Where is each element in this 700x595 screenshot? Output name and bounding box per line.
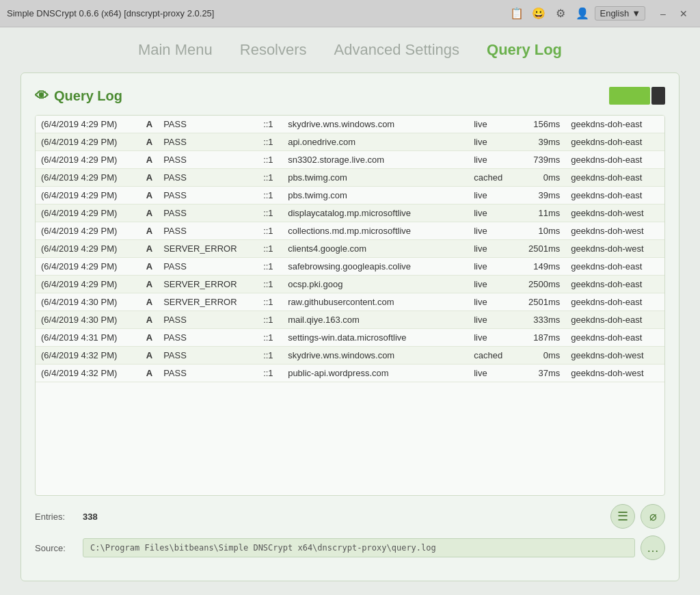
card-title-text: Query Log bbox=[54, 88, 122, 104]
col-type: A bbox=[141, 258, 158, 276]
col-domain: ocsp.pki.goog bbox=[282, 276, 468, 293]
col-time: (6/4/2019 4:31 PM) bbox=[36, 329, 141, 347]
col-status: PASS bbox=[158, 133, 258, 151]
clear-button[interactable]: ⌀ bbox=[641, 504, 665, 529]
table-row[interactable]: (6/4/2019 4:29 PM) A SERVER_ERROR ::1 oc… bbox=[36, 276, 664, 293]
col-addr: ::1 bbox=[258, 187, 282, 204]
nav-query-log[interactable]: Query Log bbox=[487, 41, 562, 59]
card-footer: Entries: 338 ☰ ⌀ Source: C:\Program File… bbox=[35, 504, 665, 567]
col-status: PASS bbox=[158, 222, 258, 240]
nav-bar: Main Menu Resolvers Advanced Settings Qu… bbox=[0, 27, 700, 72]
settings-icon[interactable]: ⚙ bbox=[551, 4, 570, 23]
col-cache: live bbox=[468, 258, 515, 276]
col-status: PASS bbox=[158, 347, 258, 365]
clipboard-icon[interactable]: 📋 bbox=[507, 4, 526, 23]
col-time: (6/4/2019 4:29 PM) bbox=[36, 258, 141, 276]
table-row[interactable]: (6/4/2019 4:31 PM) A PASS ::1 settings-w… bbox=[36, 329, 664, 347]
log-table: (6/4/2019 4:29 PM) A PASS ::1 skydrive.w… bbox=[36, 116, 664, 382]
col-time: (6/4/2019 4:29 PM) bbox=[36, 169, 141, 187]
col-cache: live bbox=[468, 204, 515, 222]
table-row[interactable]: (6/4/2019 4:29 PM) A PASS ::1 collection… bbox=[36, 222, 664, 240]
col-type: A bbox=[141, 187, 158, 204]
col-addr: ::1 bbox=[258, 204, 282, 222]
col-cache: live bbox=[468, 116, 515, 133]
col-cache: live bbox=[468, 222, 515, 240]
nav-advanced-settings[interactable]: Advanced Settings bbox=[334, 41, 459, 59]
col-addr: ::1 bbox=[258, 347, 282, 365]
col-resolver: geekdns-doh-west bbox=[565, 347, 664, 365]
notes-button[interactable]: ☰ bbox=[610, 504, 635, 529]
col-cache: live bbox=[468, 365, 515, 382]
col-time: (6/4/2019 4:29 PM) bbox=[36, 187, 141, 204]
col-cache: live bbox=[468, 329, 515, 347]
table-row[interactable]: (6/4/2019 4:29 PM) A PASS ::1 pbs.twimg.… bbox=[36, 169, 664, 187]
col-status: SERVER_ERROR bbox=[158, 276, 258, 293]
log-container[interactable]: (6/4/2019 4:29 PM) A PASS ::1 skydrive.w… bbox=[35, 115, 665, 496]
table-row[interactable]: (6/4/2019 4:32 PM) A PASS ::1 public-api… bbox=[36, 365, 664, 382]
user-icon[interactable]: 👤 bbox=[573, 4, 592, 23]
table-row[interactable]: (6/4/2019 4:29 PM) A PASS ::1 displaycat… bbox=[36, 204, 664, 222]
table-row[interactable]: (6/4/2019 4:30 PM) A SERVER_ERROR ::1 ra… bbox=[36, 293, 664, 311]
col-time: (6/4/2019 4:29 PM) bbox=[36, 116, 141, 133]
col-cache: live bbox=[468, 151, 515, 169]
col-time: (6/4/2019 4:29 PM) bbox=[36, 276, 141, 293]
col-type: A bbox=[141, 329, 158, 347]
col-resolver: geekdns-doh-east bbox=[565, 258, 664, 276]
eye-icon: 👁 bbox=[35, 88, 49, 104]
card-title: 👁 Query Log bbox=[35, 88, 122, 104]
nav-main-menu[interactable]: Main Menu bbox=[138, 41, 213, 59]
close-button[interactable]: ✕ bbox=[674, 4, 693, 23]
col-ms: 739ms bbox=[515, 151, 566, 169]
col-resolver: geekdns-doh-east bbox=[565, 329, 664, 347]
col-ms: 149ms bbox=[515, 258, 566, 276]
col-resolver: geekdns-doh-west bbox=[565, 204, 664, 222]
col-ms: 11ms bbox=[515, 204, 566, 222]
col-addr: ::1 bbox=[258, 169, 282, 187]
col-domain: pbs.twimg.com bbox=[282, 169, 468, 187]
col-type: A bbox=[141, 365, 158, 382]
col-status: SERVER_ERROR bbox=[158, 293, 258, 311]
table-row[interactable]: (6/4/2019 4:32 PM) A PASS ::1 skydrive.w… bbox=[36, 347, 664, 365]
col-addr: ::1 bbox=[258, 329, 282, 347]
window-controls: – ✕ bbox=[654, 4, 693, 23]
col-type: A bbox=[141, 204, 158, 222]
col-status: PASS bbox=[158, 258, 258, 276]
table-row[interactable]: (6/4/2019 4:29 PM) A SERVER_ERROR ::1 cl… bbox=[36, 240, 664, 258]
col-status: PASS bbox=[158, 311, 258, 329]
col-resolver: geekdns-doh-east bbox=[565, 133, 664, 151]
col-resolver: geekdns-doh-west bbox=[565, 240, 664, 258]
col-addr: ::1 bbox=[258, 276, 282, 293]
col-cache: live bbox=[468, 311, 515, 329]
col-status: PASS bbox=[158, 116, 258, 133]
source-actions: … bbox=[641, 536, 665, 560]
col-time: (6/4/2019 4:29 PM) bbox=[36, 240, 141, 258]
query-log-card: 👁 Query Log (6/4/2019 4:29 PM) A PASS ::… bbox=[21, 72, 679, 581]
source-path: C:\Program Files\bitbeans\Simple DNSCryp… bbox=[83, 538, 635, 557]
col-time: (6/4/2019 4:29 PM) bbox=[36, 222, 141, 240]
entries-row: Entries: 338 ☰ ⌀ bbox=[35, 504, 665, 529]
language-selector[interactable]: English ▼ bbox=[595, 6, 645, 21]
col-ms: 0ms bbox=[515, 347, 566, 365]
table-row[interactable]: (6/4/2019 4:29 PM) A PASS ::1 sn3302.sto… bbox=[36, 151, 664, 169]
more-options-button[interactable]: … bbox=[641, 536, 665, 560]
minimize-button[interactable]: – bbox=[654, 4, 673, 23]
table-row[interactable]: (6/4/2019 4:29 PM) A PASS ::1 pbs.twimg.… bbox=[36, 187, 664, 204]
footer-actions: ☰ ⌀ bbox=[610, 504, 665, 529]
emoji-icon[interactable]: 😀 bbox=[529, 4, 548, 23]
col-resolver: geekdns-doh-west bbox=[565, 365, 664, 382]
card-header: 👁 Query Log bbox=[35, 87, 665, 105]
col-type: A bbox=[141, 133, 158, 151]
table-row[interactable]: (6/4/2019 4:29 PM) A PASS ::1 api.onedri… bbox=[36, 133, 664, 151]
col-type: A bbox=[141, 276, 158, 293]
col-cache: cached bbox=[468, 347, 515, 365]
table-row[interactable]: (6/4/2019 4:29 PM) A PASS ::1 skydrive.w… bbox=[36, 116, 664, 133]
table-row[interactable]: (6/4/2019 4:29 PM) A PASS ::1 safebrowsi… bbox=[36, 258, 664, 276]
col-addr: ::1 bbox=[258, 116, 282, 133]
table-row[interactable]: (6/4/2019 4:30 PM) A PASS ::1 mail.qiye.… bbox=[36, 311, 664, 329]
col-addr: ::1 bbox=[258, 311, 282, 329]
col-ms: 2501ms bbox=[515, 293, 566, 311]
title-bar: Simple DNSCrypt 0.6.6 (x64) [dnscrypt-pr… bbox=[0, 0, 700, 27]
col-time: (6/4/2019 4:32 PM) bbox=[36, 347, 141, 365]
col-addr: ::1 bbox=[258, 293, 282, 311]
nav-resolvers[interactable]: Resolvers bbox=[240, 41, 307, 59]
